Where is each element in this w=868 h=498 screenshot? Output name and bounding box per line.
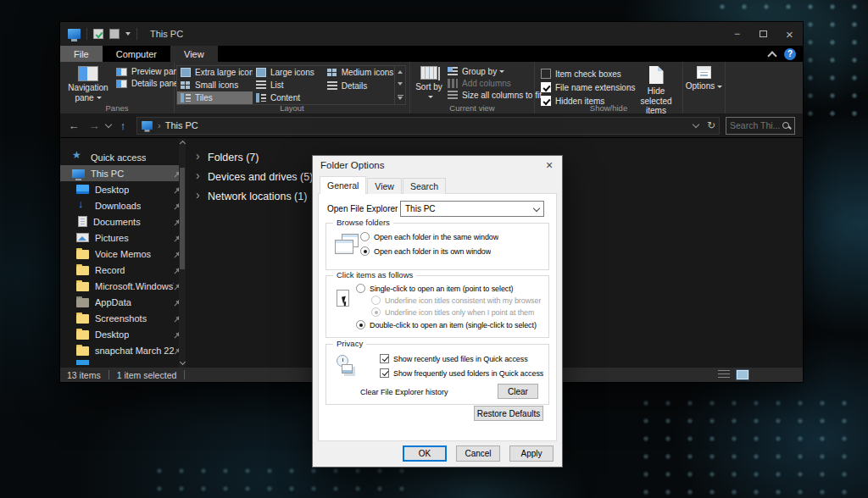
sidebar-item-record[interactable]: Record xyxy=(60,262,186,278)
layout-option-small-icons[interactable]: Small icons xyxy=(177,79,253,91)
chevron-down-icon xyxy=(499,70,504,73)
new-folder-icon[interactable] xyxy=(109,29,120,39)
size-all-columns-button[interactable]: Size all columns to fit xyxy=(448,91,542,100)
tab-search[interactable]: Search xyxy=(403,178,446,194)
address-dropdown-icon[interactable] xyxy=(692,121,700,130)
layout-option-medium-icons[interactable]: Medium icons xyxy=(324,66,395,80)
sidebar-item-snapchat[interactable]: snapchat March 22 xyxy=(60,342,186,358)
chevron-right-icon[interactable] xyxy=(194,172,204,182)
navigation-pane-icon xyxy=(78,66,98,81)
sidebar-item-desktop[interactable]: Desktop xyxy=(60,181,186,197)
details-icon xyxy=(327,81,337,91)
gallery-scroll-down-icon[interactable] xyxy=(398,82,403,86)
address-box[interactable]: This PC xyxy=(136,117,720,135)
forward-button[interactable] xyxy=(84,119,104,132)
back-button[interactable] xyxy=(64,119,84,132)
radio-same-window[interactable]: Open each folder in the same window xyxy=(360,232,498,241)
search-input[interactable] xyxy=(730,120,782,130)
medium-icons-icon xyxy=(327,68,337,77)
scroll-up-icon[interactable] xyxy=(179,139,186,147)
hide-selected-items-icon xyxy=(649,66,664,84)
sidebar-item-screenshots[interactable]: Screenshots xyxy=(60,310,186,326)
radio-single-click[interactable]: Single-click to open an item (point to s… xyxy=(356,284,514,293)
tab-general[interactable]: General xyxy=(320,176,366,194)
layout-option-large-icons[interactable]: Large icons xyxy=(253,66,324,79)
checkbox-recent-files[interactable]: Show recently used files in Quick access xyxy=(380,354,528,363)
download-arrow-icon xyxy=(76,200,89,211)
gallery-column: Large icons List Content xyxy=(253,66,324,104)
layout-option-list[interactable]: List xyxy=(253,79,324,91)
layout-option-extra-large-icons[interactable]: Extra large icons xyxy=(177,66,253,79)
sidebar-scrollbar[interactable] xyxy=(179,139,186,368)
checkbox-frequent-folders[interactable]: Show frequently used folders in Quick ac… xyxy=(380,368,543,378)
layout-option-details[interactable]: Details xyxy=(324,80,395,93)
sidebar-item-partial[interactable] xyxy=(60,358,186,365)
preview-pane-button[interactable]: Preview pane xyxy=(116,67,183,76)
group-by-button[interactable]: Group by xyxy=(448,67,542,76)
sidebar-item-downloads[interactable]: Downloads xyxy=(60,197,186,213)
layout-option-content[interactable]: Content xyxy=(253,91,324,104)
minimize-button[interactable] xyxy=(724,22,750,46)
details-pane-button[interactable]: Details pane xyxy=(116,79,183,88)
apply-button[interactable]: Apply xyxy=(509,445,554,462)
search-box xyxy=(726,117,795,135)
breadcrumb-this-pc[interactable]: This PC xyxy=(165,120,198,130)
radio-double-click[interactable]: Double-click to open an item (single-cli… xyxy=(356,320,537,329)
sidebar-item-pictures[interactable]: Pictures xyxy=(60,230,186,246)
sidebar-item-this-pc[interactable]: This PC xyxy=(60,165,186,181)
panes-group-label: Panes xyxy=(60,103,174,113)
browse-folders-group: Browse folders Open each folder in the s… xyxy=(326,223,549,270)
sidebar-item-appdata[interactable]: AppData xyxy=(60,294,186,310)
window-controls xyxy=(724,22,803,46)
radio-own-window[interactable]: Open each folder in its own window xyxy=(360,246,491,256)
tab-file[interactable]: File xyxy=(60,46,103,62)
up-button[interactable] xyxy=(113,119,133,132)
ok-button[interactable]: OK xyxy=(403,445,447,462)
file-name-extensions-checkbox[interactable]: File name extensions xyxy=(541,82,630,92)
restore-defaults-button[interactable]: Restore Defaults xyxy=(474,406,543,421)
item-check-boxes-checkbox[interactable]: Item check boxes xyxy=(541,69,630,79)
tab-computer[interactable]: Computer xyxy=(103,46,170,62)
sidebar-item-desktop-folder[interactable]: Desktop xyxy=(60,326,186,342)
thumbnail-view-icon[interactable] xyxy=(737,370,748,379)
customize-toolbar-icon[interactable] xyxy=(125,32,131,36)
privacy-icon xyxy=(335,355,360,379)
maximize-button[interactable] xyxy=(750,22,776,46)
gallery-scroll-up-icon[interactable] xyxy=(398,70,403,74)
scrollbar-thumb[interactable] xyxy=(180,168,185,269)
refresh-icon[interactable] xyxy=(707,119,715,131)
dialog-close-icon[interactable] xyxy=(537,156,562,174)
sidebar-item-voice-memos[interactable]: Voice Memos xyxy=(60,246,186,262)
collapse-ribbon-icon[interactable] xyxy=(768,50,776,58)
properties-icon[interactable] xyxy=(93,29,103,39)
scroll-down-icon[interactable] xyxy=(179,359,186,368)
clear-button[interactable]: Clear xyxy=(498,384,538,399)
close-button[interactable] xyxy=(776,22,803,46)
chevron-right-icon[interactable] xyxy=(194,191,204,202)
cancel-button[interactable]: Cancel xyxy=(456,445,500,462)
sidebar-item-quick-access[interactable]: Quick access xyxy=(60,149,186,165)
maximize-icon xyxy=(760,30,767,37)
folder-dim-icon xyxy=(76,298,89,307)
sidebar-item-documents[interactable]: Documents xyxy=(60,213,186,230)
ribbon-group-options: Options xyxy=(683,62,726,113)
chevron-right-icon[interactable] xyxy=(194,152,204,163)
open-to-select[interactable]: This PC xyxy=(400,201,544,217)
tab-view[interactable]: View xyxy=(367,178,402,194)
add-columns-button: Add columns xyxy=(448,79,542,88)
tab-view[interactable]: View xyxy=(170,46,218,62)
options-button[interactable]: Options xyxy=(682,64,726,113)
search-icon[interactable] xyxy=(782,121,791,130)
click-items-group: Click items as follows Single-click to o… xyxy=(326,275,549,338)
layout-option-tiles[interactable]: Tiles xyxy=(177,91,253,104)
chevron-down-icon xyxy=(533,205,540,212)
recent-locations-icon[interactable] xyxy=(104,121,113,130)
small-icons-icon xyxy=(181,80,191,90)
click-items-icon xyxy=(337,290,355,313)
help-icon[interactable]: ? xyxy=(784,48,796,60)
dialog-title-bar: Folder Options xyxy=(313,156,562,174)
options-icon xyxy=(697,66,711,79)
sidebar-item-microsoft-windowste[interactable]: Microsoft.WindowsTe xyxy=(60,278,186,294)
gallery-more-icon[interactable] xyxy=(398,95,403,100)
details-view-icon[interactable] xyxy=(718,370,730,379)
